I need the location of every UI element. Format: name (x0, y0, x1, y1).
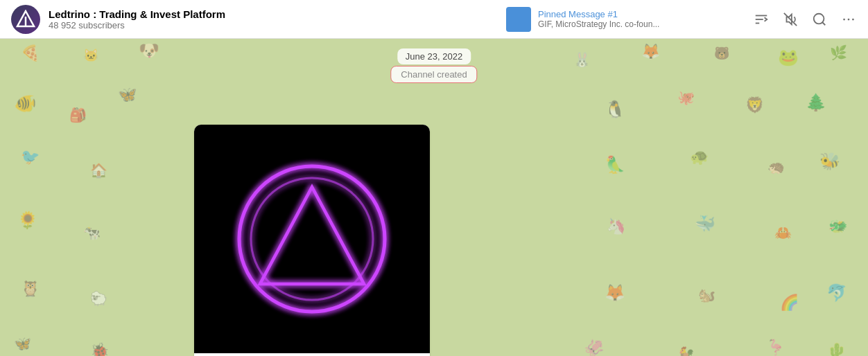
svg-point-6 (814, 13, 824, 24)
pinned-preview: GIF, MicroStrategy Inc. co-foun... (538, 19, 659, 29)
channel-name: Ledtrino : Trading & Invest Platform (49, 8, 225, 20)
message-card[interactable]: The End of FUD Brings Hope for a Crypto … (194, 125, 430, 356)
pinned-message-section[interactable]: Pinned Message #1 GIF, MicroStrategy Inc… (506, 7, 742, 32)
svg-point-8 (843, 18, 845, 20)
chat-background: 🍕 🐱 🐶 🐰 🦊 🐻 🐸 🌿 🐠 🎒 🦋 🐧 🐙 🦁 🌲 🐦 🏠 🦜 🐢 🦔 … (0, 39, 868, 356)
date-section: June 23, 2022 Channel created (390, 48, 477, 83)
message-text: The End of FUD Brings Hope for a Crypto … (194, 353, 430, 356)
more-options-icon[interactable] (840, 11, 857, 28)
mute-icon[interactable] (782, 11, 799, 28)
chat-area: 🍕 🐱 🐶 🐰 🦊 🐻 🐸 🌿 🐠 🎒 🦋 🐧 🐙 🦁 🌲 🐦 🏠 🦜 🐢 🦔 … (0, 39, 868, 356)
svg-line-7 (822, 22, 825, 25)
channel-text-info: Ledtrino : Trading & Invest Platform 48 … (49, 8, 225, 30)
sort-icon[interactable] (753, 11, 770, 28)
header-actions (742, 11, 857, 28)
search-icon[interactable] (811, 11, 828, 28)
avatar (11, 5, 40, 34)
pinned-label: Pinned Message #1 (538, 9, 659, 19)
subscriber-count: 48 952 subscribers (49, 20, 225, 30)
svg-point-9 (848, 18, 850, 20)
neon-logo-svg (229, 156, 395, 322)
svg-point-10 (852, 18, 854, 20)
date-label: June 23, 2022 (397, 48, 471, 64)
message-image (194, 125, 430, 353)
pinned-thumbnail (506, 7, 531, 32)
chat-header: Ledtrino : Trading & Invest Platform 48 … (0, 0, 868, 39)
channel-created-badge: Channel created (390, 66, 477, 83)
channel-info-section: Ledtrino : Trading & Invest Platform 48 … (11, 5, 506, 34)
pinned-info: Pinned Message #1 GIF, MicroStrategy Inc… (538, 9, 659, 29)
